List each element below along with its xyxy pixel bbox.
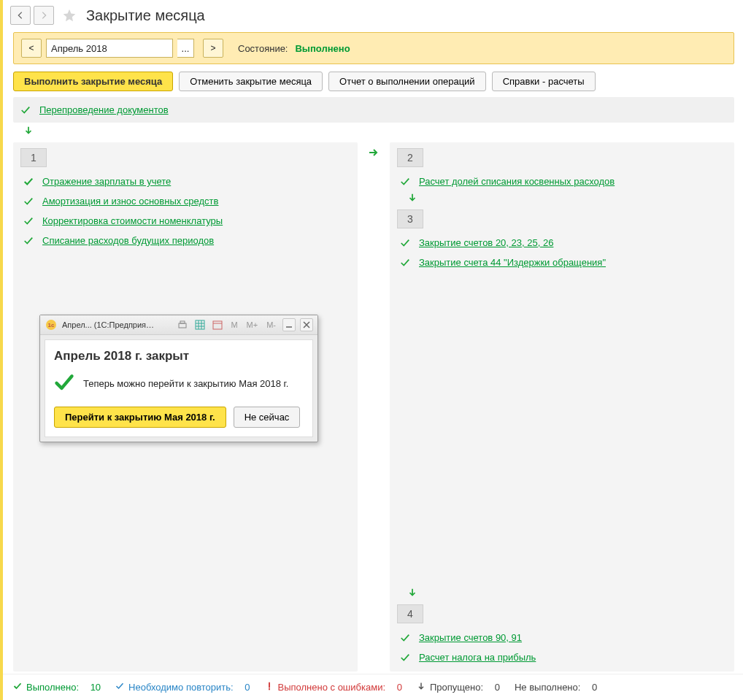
app-1c-icon: 1c [45, 318, 58, 331]
header: Закрытие месяца [3, 0, 743, 32]
repost-documents-row: Перепроведение документов [13, 97, 734, 123]
print-icon[interactable] [176, 318, 189, 331]
dialog-message: Теперь можно перейти к закрытию Мая 2018… [83, 378, 288, 389]
m-minus-button[interactable]: M- [264, 320, 278, 329]
check-icon [20, 105, 31, 115]
stage-2-number: 2 [397, 148, 423, 167]
op-row: Расчет долей списания косвенных расходов [400, 176, 727, 187]
op-row: Закрытие счетов 20, 23, 25, 26 [400, 237, 727, 248]
op-link[interactable]: Закрытие счета 44 "Издержки обращения" [419, 257, 606, 268]
svg-rect-2 [179, 323, 186, 328]
footer-repeat: Необходимо повторить: 0 [115, 682, 250, 693]
month-closed-dialog: 1c Апрел... (1С:Предприятие) M M+ M- Апр… [39, 315, 318, 442]
stage-right-column: 2 Расчет долей списания косвенных расход… [390, 142, 734, 672]
dialog-heading: Апрель 2018 г. закрыт [54, 349, 304, 364]
svg-rect-4 [196, 320, 204, 329]
footer-done: Выполнено: 10 [13, 682, 101, 693]
footer-errors: Выполнено с ошибками: 0 [265, 682, 402, 693]
footer-pending: Не выполнено: 0 [515, 682, 597, 693]
period-prev-button[interactable]: < [21, 39, 42, 58]
op-link[interactable]: Списание расходов будущих периодов [42, 235, 214, 246]
check-icon [23, 236, 34, 246]
m-button[interactable]: M [228, 320, 239, 329]
arrow-down-icon [23, 126, 743, 138]
arrow-down-icon [407, 193, 727, 205]
page-title: Закрытие месяца [86, 7, 205, 24]
state-value: Выполнено [295, 43, 350, 54]
op-link[interactable]: Корректировка стоимости номенклатуры [42, 215, 223, 226]
check-icon [23, 177, 34, 187]
reference-reports-button[interactable]: Справки - расчеты [492, 72, 596, 91]
cancel-close-month-button[interactable]: Отменить закрытие месяца [179, 72, 323, 91]
stage-1-number: 1 [20, 148, 47, 167]
op-link[interactable]: Амортизация и износ основных средств [42, 196, 218, 207]
op-row: Закрытие счетов 90, 91 [400, 632, 727, 643]
stage-1-column: 1 Отражение зарплаты в учете Амортизация… [13, 142, 358, 672]
op-row: Расчет налога на прибыль [400, 652, 727, 663]
op-link[interactable]: Закрытие счетов 90, 91 [419, 632, 522, 643]
dialog-titlebar: 1c Апрел... (1С:Предприятие) M M+ M- [40, 315, 317, 335]
op-row: Амортизация и износ основных средств [23, 196, 350, 207]
stage-3-number: 3 [397, 209, 423, 228]
error-icon [265, 682, 274, 693]
calendar-icon[interactable] [211, 318, 224, 331]
nav-back-button[interactable] [10, 6, 31, 25]
check-icon [13, 682, 22, 693]
svg-rect-3 [180, 321, 185, 323]
go-to-next-month-button[interactable]: Перейти к закрытию Мая 2018 г. [54, 407, 226, 428]
svg-text:1c: 1c [48, 322, 55, 328]
skip-icon [417, 682, 426, 693]
big-check-icon [54, 372, 74, 395]
period-input[interactable]: Апрель 2018 [46, 39, 173, 58]
period-bar: < Апрель 2018 ... > Состояние: Выполнено [13, 32, 734, 64]
op-row: Списание расходов будущих периодов [23, 235, 350, 246]
grid-icon[interactable] [193, 318, 207, 331]
dialog-body: Апрель 2018 г. закрыт Теперь можно перей… [45, 339, 313, 437]
op-row: Закрытие счета 44 "Издержки обращения" [400, 257, 727, 268]
check-icon [400, 177, 410, 187]
stages-container: 1 Отражение зарплаты в учете Амортизация… [13, 142, 734, 672]
period-next-button[interactable]: > [203, 39, 223, 58]
status-footer: Выполнено: 10 Необходимо повторить: 0 Вы… [3, 674, 743, 700]
state-label: Состояние: [238, 43, 288, 54]
op-link[interactable]: Закрытие счетов 20, 23, 25, 26 [419, 237, 553, 248]
check-icon [400, 633, 410, 643]
svg-rect-5 [213, 321, 222, 329]
favorite-star-icon[interactable] [61, 7, 77, 23]
check-icon [400, 258, 410, 268]
check-icon [23, 196, 34, 207]
check-icon [23, 216, 34, 226]
operations-report-button[interactable]: Отчет о выполнении операций [328, 72, 486, 91]
m-plus-button[interactable]: M+ [245, 320, 261, 329]
op-link[interactable]: Расчет долей списания косвенных расходов [419, 176, 615, 187]
check-icon [115, 682, 124, 693]
dialog-title-text: Апрел... (1С:Предприятие) [62, 320, 157, 329]
not-now-button[interactable]: Не сейчас [234, 407, 301, 428]
op-row: Отражение зарплаты в учете [23, 176, 350, 187]
close-icon[interactable] [300, 318, 313, 331]
check-icon [400, 238, 410, 248]
minimize-icon[interactable] [282, 318, 296, 331]
stage-4-number: 4 [397, 604, 423, 623]
toolbar: Выполнить закрытие месяца Отменить закры… [13, 72, 734, 91]
arrow-down-icon [407, 588, 727, 600]
check-icon [400, 653, 410, 663]
op-link[interactable]: Расчет налога на прибыль [419, 652, 536, 663]
op-row: Корректировка стоимости номенклатуры [23, 215, 350, 226]
footer-skipped: Пропущено: 0 [417, 682, 500, 693]
execute-close-month-button[interactable]: Выполнить закрытие месяца [13, 72, 173, 91]
op-link[interactable]: Отражение зарплаты в учете [42, 176, 171, 187]
repost-documents-link[interactable]: Перепроведение документов [39, 104, 169, 115]
period-picker-button[interactable]: ... [177, 39, 194, 58]
period-value: Апрель 2018 [51, 43, 107, 54]
nav-forward-button[interactable] [34, 6, 54, 25]
arrow-right-icon [368, 142, 380, 672]
